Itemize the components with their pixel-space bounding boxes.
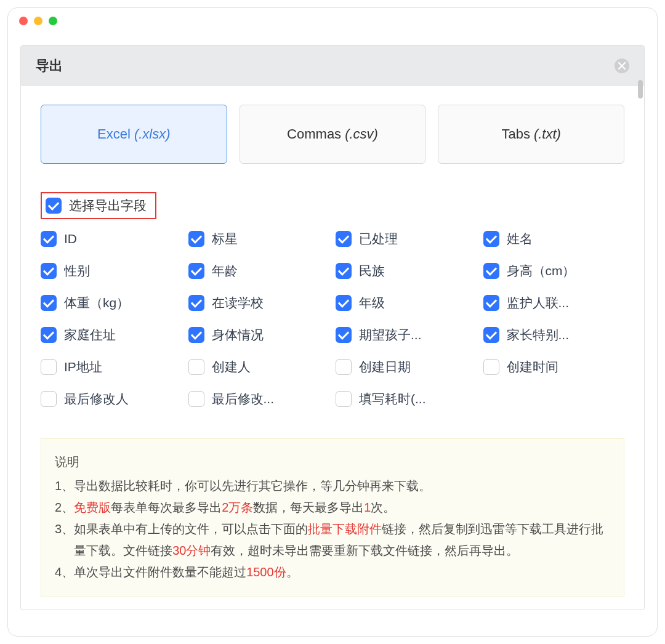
field-label: 身体情况 (212, 326, 264, 344)
field-item[interactable]: 体重（kg） (41, 294, 182, 312)
field-checkbox[interactable] (188, 327, 204, 343)
field-item[interactable]: 姓名 (483, 230, 625, 248)
field-checkbox[interactable] (483, 231, 499, 247)
field-item[interactable]: IP地址 (41, 358, 182, 376)
field-label: 最后修改人 (64, 390, 129, 408)
window-maximize-dot[interactable] (49, 17, 57, 25)
field-checkbox[interactable] (188, 391, 204, 407)
close-icon[interactable] (615, 58, 629, 73)
field-checkbox[interactable] (336, 391, 352, 407)
field-label: 家长特别... (507, 326, 570, 344)
tab-tabs[interactable]: Tabs (.txt) (438, 105, 624, 164)
field-item[interactable]: 标星 (188, 230, 330, 248)
note-line: 4、单次导出文件附件数量不能超过1500份。 (55, 561, 610, 583)
field-label: 家庭住址 (64, 326, 116, 344)
window-close-dot[interactable] (19, 17, 28, 25)
note-line: 2、免费版每表单每次最多导出2万条数据，每天最多导出1次。 (55, 497, 610, 518)
tab-label: Tabs (501, 126, 530, 142)
tab-ext: (.xlsx) (134, 126, 171, 142)
field-checkbox[interactable] (336, 359, 352, 375)
field-label: 标星 (212, 230, 238, 248)
field-item[interactable]: 期望孩子... (336, 326, 477, 344)
note-index: 2、 (55, 497, 74, 518)
field-label: 创建日期 (359, 358, 411, 376)
field-label: 最后修改... (212, 390, 275, 408)
note-text: 如果表单中有上传的文件，可以点击下面的批量下载附件链接，然后复制到迅雷等下载工具… (74, 518, 610, 561)
field-checkbox[interactable] (336, 327, 352, 343)
select-all-label: 选择导出字段 (69, 197, 147, 214)
field-checkbox[interactable] (41, 295, 57, 311)
field-checkbox[interactable] (336, 231, 352, 247)
titlebar (8, 8, 657, 34)
field-checkbox[interactable] (483, 295, 499, 311)
select-all-checkbox[interactable] (46, 198, 62, 214)
field-label: 期望孩子... (359, 326, 422, 344)
tab-label: Excel (97, 126, 131, 142)
field-item[interactable]: 最后修改人 (41, 390, 182, 408)
window-minimize-dot[interactable] (34, 17, 42, 25)
dialog-title: 导出 (36, 57, 63, 75)
tab-label: Commas (287, 126, 341, 142)
field-item[interactable]: 创建日期 (336, 358, 477, 376)
field-item[interactable]: 身高（cm） (483, 262, 625, 280)
field-checkbox[interactable] (41, 327, 57, 343)
fields-grid: ID标星已处理姓名性别年龄民族身高（cm）体重（kg）在读学校年级监护人联...… (41, 230, 624, 408)
field-item[interactable]: 家长特别... (483, 326, 625, 344)
dialog-header: 导出 (21, 46, 644, 86)
field-label: 填写耗时(... (359, 390, 426, 408)
field-item[interactable]: 监护人联... (483, 294, 625, 312)
field-checkbox[interactable] (41, 263, 57, 279)
field-label: 创建时间 (507, 358, 558, 376)
field-label: 创建人 (212, 358, 251, 376)
tab-excel[interactable]: Excel (.xlsx) (41, 105, 227, 164)
note-index: 1、 (55, 475, 74, 497)
field-item[interactable]: 年龄 (188, 262, 330, 280)
field-checkbox[interactable] (188, 231, 204, 247)
field-item[interactable]: 年级 (336, 294, 477, 312)
format-tabs: Excel (.xlsx)Commas (.csv)Tabs (.txt) (41, 105, 624, 164)
field-item[interactable]: 已处理 (336, 230, 477, 248)
field-label: ID (64, 231, 77, 246)
select-all-row[interactable]: 选择导出字段 (41, 192, 156, 219)
window-frame: 导出 Excel (.xlsx)Commas (.csv)Tabs (.txt)… (7, 7, 658, 637)
field-checkbox[interactable] (483, 263, 499, 279)
field-checkbox[interactable] (41, 391, 57, 407)
field-item[interactable]: 民族 (336, 262, 477, 280)
note-line: 1、导出数据比较耗时，你可以先进行其它操作，等几分钟再来下载。 (55, 475, 610, 497)
field-label: 监护人联... (507, 294, 570, 312)
field-item[interactable]: 家庭住址 (41, 326, 182, 344)
field-item[interactable]: 性别 (41, 262, 182, 280)
field-item[interactable]: 在读学校 (188, 294, 330, 312)
field-label: 性别 (64, 262, 90, 280)
field-checkbox[interactable] (41, 231, 57, 247)
content-area: 导出 Excel (.xlsx)Commas (.csv)Tabs (.txt)… (8, 34, 657, 636)
tab-ext: (.csv) (345, 126, 378, 142)
note-line: 3、如果表单中有上传的文件，可以点击下面的批量下载附件链接，然后复制到迅雷等下载… (55, 518, 610, 561)
field-checkbox[interactable] (336, 263, 352, 279)
note-index: 3、 (55, 518, 74, 561)
note-text: 免费版每表单每次最多导出2万条数据，每天最多导出1次。 (74, 497, 395, 518)
field-checkbox[interactable] (188, 263, 204, 279)
field-label: 身高（cm） (507, 262, 576, 280)
field-item[interactable]: 最后修改... (188, 390, 330, 408)
field-label: IP地址 (64, 358, 102, 376)
field-item[interactable]: ID (41, 230, 182, 248)
field-checkbox[interactable] (188, 295, 204, 311)
note-text: 单次导出文件附件数量不能超过1500份。 (74, 561, 299, 583)
field-item[interactable]: 身体情况 (188, 326, 330, 344)
field-checkbox[interactable] (483, 327, 499, 343)
notes-panel: 说明 1、导出数据比较耗时，你可以先进行其它操作，等几分钟再来下载。2、免费版每… (41, 438, 624, 597)
field-checkbox[interactable] (336, 295, 352, 311)
field-label: 年龄 (212, 262, 238, 280)
field-label: 年级 (359, 294, 385, 312)
note-index: 4、 (55, 561, 74, 583)
field-checkbox[interactable] (41, 359, 57, 375)
field-item[interactable]: 创建时间 (483, 358, 625, 376)
field-item[interactable]: 创建人 (188, 358, 330, 376)
field-checkbox[interactable] (188, 359, 204, 375)
field-label: 姓名 (507, 230, 533, 248)
field-checkbox[interactable] (483, 359, 499, 375)
field-item[interactable]: 填写耗时(... (336, 390, 477, 408)
tab-commas[interactable]: Commas (.csv) (240, 105, 426, 164)
notes-title: 说明 (55, 451, 610, 473)
